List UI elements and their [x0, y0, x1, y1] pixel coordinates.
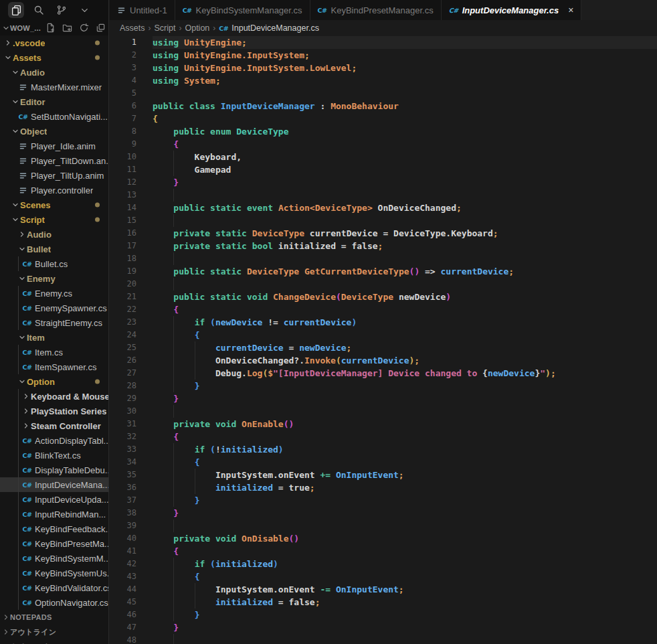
- code-line-17[interactable]: 17 private static bool initialized = fal…: [110, 240, 657, 252]
- tree-file-inputdeviceupda[interactable]: C#InputDeviceUpda...: [0, 492, 108, 507]
- line-number[interactable]: 13: [110, 189, 153, 202]
- line-number[interactable]: 20: [110, 278, 153, 291]
- tree-folder-vscode[interactable]: .vscode: [0, 35, 108, 50]
- tree-file-itemspawner-cs[interactable]: C#ItemSpawner.cs: [0, 359, 108, 374]
- tree-file-inputrebindman[interactable]: C#InputRebindMan...: [0, 507, 108, 521]
- line-number[interactable]: 15: [110, 214, 153, 227]
- tree-file-enemyspawner-cs[interactable]: C#EnemySpawner.cs: [0, 301, 108, 315]
- code-line-29[interactable]: 29 }: [110, 392, 657, 405]
- code-line-3[interactable]: 3using UnityEngine.InputSystem.LowLevel;: [110, 62, 657, 74]
- code-line-4[interactable]: 4using System;: [110, 74, 657, 87]
- line-number[interactable]: 6: [110, 100, 153, 112]
- refresh-icon[interactable]: [78, 23, 89, 33]
- code-line-25[interactable]: 25 currentDevice = newDevice;: [110, 341, 657, 354]
- line-number[interactable]: 47: [110, 621, 153, 634]
- collapse-all-icon[interactable]: [95, 23, 106, 33]
- line-number[interactable]: 3: [110, 62, 153, 74]
- tree-folder-enemy[interactable]: Enemy: [0, 271, 108, 286]
- tree-file-keybindfeedback[interactable]: C#KeyBindFeedback...: [0, 521, 108, 536]
- code-line-31[interactable]: 31 private void OnEnable(): [110, 418, 657, 430]
- line-number[interactable]: 21: [110, 291, 153, 303]
- tree-file-keybindsystemm[interactable]: C#KeyBindSystemM...: [0, 551, 108, 566]
- code-line-28[interactable]: 28 }: [110, 380, 657, 392]
- tree-folder-object[interactable]: Object: [0, 124, 108, 139]
- explorer-section-header[interactable]: WOW_...: [0, 20, 108, 35]
- code-line-43[interactable]: 43 {: [110, 570, 657, 583]
- line-number[interactable]: 35: [110, 469, 153, 481]
- code-line-9[interactable]: 9 {: [110, 138, 657, 151]
- tree-file-inputdevicemana[interactable]: C#InputDeviceMana...: [0, 477, 108, 492]
- tab-keybindpresetmanager-cs[interactable]: C#KeyBindPresetManager.cs: [310, 0, 442, 20]
- line-number[interactable]: 40: [110, 532, 153, 545]
- tree-file-keybindpresetma[interactable]: C#KeyBindPresetMa...: [0, 536, 108, 551]
- tree-file-player-controller[interactable]: Player.controller: [0, 183, 108, 197]
- code-line-47[interactable]: 47 }: [110, 621, 657, 634]
- code-line-42[interactable]: 42 if (initialized): [110, 558, 657, 570]
- tab-untitled-1[interactable]: Untitled-1: [110, 0, 175, 20]
- line-number[interactable]: 25: [110, 341, 153, 354]
- line-number[interactable]: 24: [110, 329, 153, 341]
- code-line-14[interactable]: 14 public static event Action<DeviceType…: [110, 202, 657, 214]
- breadcrumb-item-assets[interactable]: Assets: [120, 23, 145, 33]
- tree-file-optionnavigator-cs[interactable]: C#OptionNavigator.cs: [0, 595, 108, 610]
- line-number[interactable]: 22: [110, 303, 153, 316]
- tree-file-enemy-cs[interactable]: C#Enemy.cs: [0, 286, 108, 301]
- tree-file-bullet-cs[interactable]: C#Bullet.cs: [0, 256, 108, 271]
- code-line-23[interactable]: 23 if (newDevice != currentDevice): [110, 316, 657, 329]
- line-number[interactable]: 28: [110, 380, 153, 392]
- section-header-notepads[interactable]: NOTEPADS: [0, 610, 108, 625]
- line-number[interactable]: 17: [110, 240, 153, 252]
- line-number[interactable]: 1: [110, 36, 153, 49]
- code-line-48[interactable]: 48: [110, 634, 657, 644]
- tree-folder-audio[interactable]: Audio: [0, 65, 108, 80]
- code-line-40[interactable]: 40 private void OnDisable(): [110, 532, 657, 545]
- code-line-2[interactable]: 2using UnityEngine.InputSystem;: [110, 49, 657, 62]
- line-number[interactable]: 19: [110, 265, 153, 278]
- code-line-34[interactable]: 34 {: [110, 456, 657, 469]
- code-line-32[interactable]: 32 {: [110, 430, 657, 443]
- line-number[interactable]: 34: [110, 456, 153, 469]
- line-number[interactable]: 10: [110, 151, 153, 163]
- code-line-8[interactable]: 8 public enum DeviceType: [110, 125, 657, 138]
- tree-file-mastermixer-mixer[interactable]: MasterMixer.mixer: [0, 80, 108, 94]
- line-number[interactable]: 7: [110, 112, 153, 125]
- code-line-19[interactable]: 19 public static DeviceType GetCurrentDe…: [110, 265, 657, 278]
- code-line-7[interactable]: 7{: [110, 112, 657, 125]
- code-line-44[interactable]: 44 InputSystem.onEvent -= OnInputEvent;: [110, 583, 657, 596]
- code-line-46[interactable]: 46 }: [110, 609, 657, 621]
- line-number[interactable]: 45: [110, 596, 153, 609]
- breadcrumb-item-inputdevicemanager-cs[interactable]: C#InputDeviceManager.cs: [219, 23, 319, 33]
- code-editor[interactable]: 1using UnityEngine;2using UnityEngine.In…: [110, 36, 657, 644]
- tree-file-straightenemy-cs[interactable]: C#StraightEnemy.cs: [0, 315, 108, 330]
- line-number[interactable]: 18: [110, 252, 153, 265]
- line-number[interactable]: 27: [110, 367, 153, 380]
- code-line-13[interactable]: 13: [110, 189, 657, 202]
- code-line-5[interactable]: 5: [110, 87, 657, 100]
- line-number[interactable]: 31: [110, 418, 153, 430]
- tree-folder-playstation-series[interactable]: PlayStation Series: [0, 404, 108, 418]
- line-number[interactable]: 44: [110, 583, 153, 596]
- line-number[interactable]: 8: [110, 125, 153, 138]
- tree-file-blinktext-cs[interactable]: C#BlinkText.cs: [0, 448, 108, 463]
- line-number[interactable]: 5: [110, 87, 153, 100]
- tree-folder-item[interactable]: Item: [0, 330, 108, 345]
- tab-keybindsystemmanager-cs[interactable]: C#KeyBindSystemManager.cs: [175, 0, 310, 20]
- line-number[interactable]: 33: [110, 443, 153, 456]
- new-folder-icon[interactable]: [62, 23, 72, 33]
- tree-file-player-tiltup-anim[interactable]: Player_TiltUp.anim: [0, 168, 108, 183]
- line-number[interactable]: 32: [110, 430, 153, 443]
- code-line-11[interactable]: 11 Gamepad: [110, 163, 657, 176]
- search-icon[interactable]: [31, 2, 47, 18]
- tree-folder-option[interactable]: Option: [0, 374, 108, 389]
- code-line-6[interactable]: 6public class InputDeviceManager : MonoB…: [110, 100, 657, 112]
- line-number[interactable]: 26: [110, 354, 153, 367]
- line-number[interactable]: 14: [110, 202, 153, 214]
- explorer-icon[interactable]: [8, 2, 24, 18]
- tree-folder-script[interactable]: Script: [0, 212, 108, 227]
- line-number[interactable]: 39: [110, 519, 153, 532]
- line-number[interactable]: 38: [110, 507, 153, 519]
- code-line-21[interactable]: 21 public static void ChangeDevice(Devic…: [110, 291, 657, 303]
- line-number[interactable]: 36: [110, 481, 153, 494]
- code-line-45[interactable]: 45 initialized = false;: [110, 596, 657, 609]
- code-line-15[interactable]: 15: [110, 214, 657, 227]
